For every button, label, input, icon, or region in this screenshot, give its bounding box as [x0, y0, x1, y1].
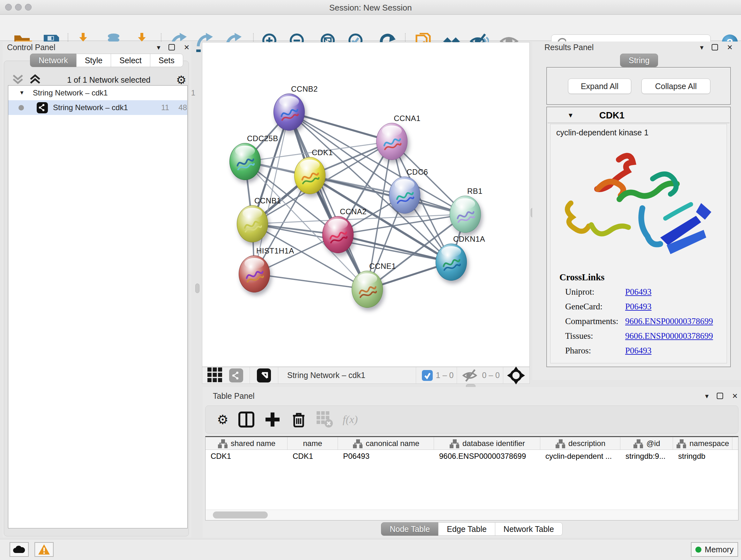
grid-icon[interactable]: [207, 368, 223, 383]
network-node-cdk1[interactable]: [294, 157, 326, 194]
network-node-ccnb1[interactable]: [237, 205, 268, 242]
delete-table-icon: [317, 411, 333, 428]
network-status-dot: [18, 105, 24, 111]
table-horizontal-scrollbar[interactable]: [206, 509, 738, 520]
share-icon[interactable]: [229, 368, 243, 382]
column-header-shared-name[interactable]: shared name: [205, 437, 287, 449]
column-label: description: [568, 439, 605, 448]
table-cell[interactable]: CDK1: [205, 450, 287, 462]
network-node-ccna2[interactable]: [322, 216, 354, 253]
selected-checkbox[interactable]: [422, 370, 433, 381]
column-label: name: [303, 439, 322, 448]
control-panel-float-icon[interactable]: [169, 44, 175, 52]
tab-network-table[interactable]: Network Table: [495, 522, 562, 536]
gene-collapse-triangle-icon[interactable]: ▼: [567, 112, 574, 119]
network-node-cdkn1a[interactable]: [435, 244, 467, 281]
crosslink-link[interactable]: P06493: [625, 346, 652, 356]
scrollbar-thumb[interactable]: [213, 511, 268, 518]
column-header-canonical-name[interactable]: canonical name: [338, 437, 434, 449]
control-panel-collapse-icon[interactable]: ▾: [153, 43, 164, 52]
column-header-name[interactable]: name: [287, 437, 338, 449]
control-panel-close-icon[interactable]: ✕: [181, 43, 192, 52]
tab-style[interactable]: Style: [76, 54, 111, 67]
network-edge[interactable]: [254, 274, 367, 289]
table-cell[interactable]: P06493: [338, 450, 434, 462]
network-node-ccna1[interactable]: [376, 123, 408, 160]
expand-all-networks-icon[interactable]: [29, 73, 42, 86]
warning-button[interactable]: [35, 542, 54, 557]
network-edge[interactable]: [289, 112, 367, 289]
column-label: @id: [646, 439, 660, 448]
column-header--id[interactable]: @id: [620, 437, 673, 449]
table-settings-gear-icon[interactable]: ⚙: [217, 412, 228, 427]
tab-select[interactable]: Select: [111, 54, 150, 67]
node-label-ccnb1: CCNB1: [254, 196, 281, 205]
table-cell[interactable]: 9606.ENSP00000378699: [434, 450, 540, 462]
network-node-ccnb2[interactable]: [273, 94, 305, 131]
delete-column-icon[interactable]: [290, 411, 307, 428]
tab-string[interactable]: String: [620, 54, 658, 67]
network-selected-status: 1 of 1 Network selected: [42, 75, 176, 84]
results-panel-collapse-icon[interactable]: ▾: [696, 43, 707, 52]
crosslink-link[interactable]: P06493: [625, 302, 652, 312]
crosslink-link[interactable]: 9606.ENSP00000378699: [625, 316, 713, 326]
results-panel-float-icon[interactable]: [712, 44, 718, 52]
network-canvas[interactable]: CCNB2 CCNA1 CDC25B CDK1 CDC6 RB1: [202, 42, 530, 367]
tab-network[interactable]: Network: [30, 54, 77, 67]
gene-name: CDK1: [599, 110, 624, 121]
table-cell[interactable]: cyclin-dependent ...: [540, 450, 620, 462]
column-type-icon: [555, 439, 565, 448]
network-type-icon: [37, 102, 48, 113]
memory-button[interactable]: Memory: [691, 542, 738, 557]
cloud-button[interactable]: [10, 542, 29, 557]
node-protein-thumbnail: [442, 255, 461, 273]
main-toolbar: ?: [0, 15, 741, 41]
gene-details: cyclin-dependent kinase 1 CrossLinks Uni…: [550, 124, 727, 363]
tab-sets[interactable]: Sets: [150, 54, 183, 67]
gene-header-row[interactable]: ▼ CDK1: [548, 108, 730, 123]
column-header-namespace[interactable]: namespace: [673, 437, 732, 449]
network-options-gear-icon[interactable]: ⚙: [176, 73, 186, 86]
column-header-database-identifier[interactable]: database identifier: [434, 437, 540, 449]
table-cell[interactable]: stringdb: [673, 450, 732, 462]
network-node-ccne1[interactable]: [352, 271, 383, 308]
add-column-icon[interactable]: [264, 411, 281, 428]
open-in-new-icon[interactable]: [257, 368, 271, 382]
expand-all-button[interactable]: Expand All: [568, 78, 631, 94]
tab-edge-table[interactable]: Edge Table: [438, 522, 495, 536]
control-panel-title: Control Panel: [7, 43, 55, 52]
crosslink-label: Tissues:: [565, 331, 625, 341]
selected-count: 1 – 0: [436, 371, 454, 380]
table-panel-float-icon[interactable]: [717, 393, 723, 400]
node-protein-thumbnail: [382, 134, 402, 152]
tree-expand-triangle-icon[interactable]: ▼: [19, 90, 24, 96]
birds-eye-crosshair-icon[interactable]: [507, 367, 525, 384]
node-label-cdkn1a: CDKN1A: [453, 235, 485, 244]
table-panel-close-icon[interactable]: ✕: [730, 391, 740, 401]
table-panel-collapse-icon[interactable]: ▾: [701, 391, 712, 401]
cytoscape-window: { "window": { "title": "Session: New Ses…: [0, 0, 741, 560]
table-row[interactable]: CDK1CDK1P064939606.ENSP00000378699cyclin…: [205, 450, 738, 462]
show-columns-icon[interactable]: [238, 411, 255, 428]
network-node-rb1[interactable]: [450, 196, 481, 233]
network-node-cdc6[interactable]: [389, 177, 420, 213]
tab-node-table[interactable]: Node Table: [381, 522, 439, 536]
network-tree-row[interactable]: ▼ String Network – cdk11: [8, 85, 187, 100]
column-type-icon: [352, 439, 362, 448]
network-node-cdc25b[interactable]: [229, 143, 261, 180]
node-label-cdk1: CDK1: [312, 148, 333, 157]
table-cell[interactable]: CDK1: [287, 450, 338, 462]
left-splitter-handle[interactable]: [195, 284, 199, 293]
crosslink-link[interactable]: P06493: [625, 287, 652, 297]
network-collection-label: String Network – cdk1: [33, 88, 108, 98]
network-edges: [202, 43, 530, 367]
collapse-all-button[interactable]: Collapse All: [642, 78, 711, 94]
network-view-title: String Network – cdk1: [287, 371, 365, 380]
crosslink-link[interactable]: 9606.ENSP00000378699: [625, 331, 713, 341]
collapse-all-networks-icon[interactable]: [11, 73, 24, 86]
column-header-description[interactable]: description: [540, 437, 620, 449]
results-panel-close-icon[interactable]: ✕: [724, 43, 735, 52]
network-tree-row[interactable]: String Network – cdk11148: [8, 100, 187, 115]
network-node-hist1h1a[interactable]: [239, 255, 270, 293]
table-cell[interactable]: stringdb:9...: [620, 450, 673, 462]
